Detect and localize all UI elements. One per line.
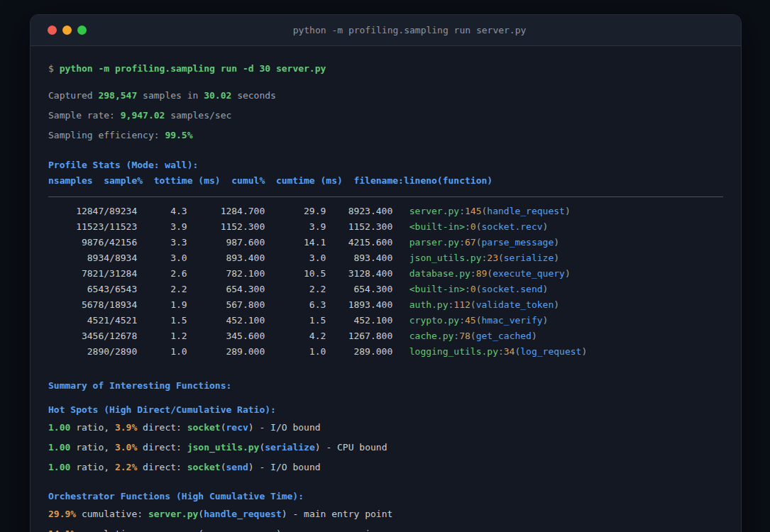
hot-direct-pct: 2.2%: [115, 462, 137, 472]
row-filename: crypto.py: [409, 315, 459, 326]
text-segment: ): [554, 253, 559, 263]
table-row: 2890/2890 1.0 289.000 1.0 289.000 loggin…: [48, 344, 723, 360]
text-segment: (: [476, 221, 482, 232]
text-segment: (: [476, 237, 482, 248]
hot-ratio: 1.00: [48, 442, 70, 453]
hot-spot-line: 1.00 ratio, 3.0% direct: json_utils.py(s…: [48, 440, 723, 455]
terminal-titlebar[interactable]: python -m profiling.sampling run server.…: [31, 15, 741, 46]
text-segment: 99.5%: [165, 130, 192, 140]
table-row: 12847/89234 4.3 1284.700 29.9 8923.400 s…: [48, 204, 723, 219]
text-segment: :: [459, 315, 465, 326]
hot-spots-header: Hot Spots (High Direct/Cumulative Ratio)…: [48, 402, 723, 418]
hot-ratio: 1.00: [48, 462, 70, 472]
text-segment: ): [248, 462, 254, 472]
row-function: get_cached: [476, 331, 532, 341]
text-segment: ): [554, 299, 559, 310]
row-filename: database.py: [409, 268, 471, 279]
command-text: python -m profiling.sampling run -d 30 s…: [60, 63, 326, 74]
text-segment: (: [498, 253, 504, 263]
row-lineno: 67: [465, 237, 476, 248]
text-segment: samples in: [137, 90, 204, 101]
table-divider: [48, 196, 723, 197]
text-segment: ): [282, 509, 287, 519]
orchestrator-list: 29.9% cumulative: server.py(handle_reque…: [48, 506, 723, 532]
text-segment: seconds: [231, 90, 276, 101]
row-function: serialize: [504, 253, 554, 263]
text-segment: ): [543, 221, 549, 232]
text-segment: (: [487, 268, 493, 279]
text-segment: :: [498, 346, 504, 357]
summary-header: Summary of Interesting Functions:: [48, 378, 723, 394]
row-function: validate_token: [476, 299, 554, 310]
table-row: 9876/42156 3.3 987.600 14.1 4215.600 par…: [48, 235, 723, 250]
text-segment: ratio,: [70, 442, 115, 453]
text-segment: samples/sec: [165, 110, 231, 121]
text-segment: ): [276, 528, 282, 532]
text-segment: (: [476, 315, 482, 326]
row-metrics: 9876/42156 3.3 987.600 14.1 4215.600: [48, 237, 409, 248]
text-segment: Sampling efficiency:: [48, 130, 165, 140]
text-segment: :: [459, 237, 465, 248]
row-metrics: 6543/6543 2.2 654.300 2.2 654.300: [48, 284, 409, 294]
row-lineno: 0: [471, 221, 476, 232]
row-function: hmac_verify: [482, 315, 543, 326]
row-function: socket.send: [482, 284, 543, 294]
shell-prompt: $: [48, 63, 60, 74]
row-lineno: 145: [465, 206, 481, 216]
text-segment: :: [471, 268, 476, 279]
orchestrator-line: 29.9% cumulative: server.py(handle_reque…: [48, 506, 723, 522]
row-filename: auth.py: [409, 299, 449, 310]
orchestrator-line: 14.1% cumulative: parser.py(parse_messag…: [48, 526, 723, 532]
text-segment: :: [465, 284, 471, 294]
text-segment: Captured: [48, 90, 98, 101]
orch-note: - main entry point: [287, 509, 393, 519]
text-segment: direct:: [137, 422, 187, 433]
terminal-content: $ python -m profiling.sampling run -d 30…: [31, 46, 741, 532]
hot-function: send: [226, 462, 248, 472]
text-segment: ): [565, 268, 571, 279]
orch-cumulative-pct: 29.9%: [48, 509, 76, 519]
text-segment: :: [465, 221, 471, 232]
text-segment: ): [543, 315, 549, 326]
orch-cumulative-pct: 14.1%: [48, 528, 76, 532]
hot-note: - CPU bound: [321, 442, 387, 453]
hot-spots-list: 1.00 ratio, 3.9% direct: socket(recv) - …: [48, 420, 723, 475]
row-lineno: 23: [487, 253, 498, 263]
text-segment: ): [581, 346, 587, 357]
orch-function: parse_message: [204, 528, 276, 532]
summary-line: Captured 298,547 samples in 30.02 second…: [48, 88, 723, 104]
window-title: python -m profiling.sampling run server.…: [87, 25, 741, 35]
row-lineno: 89: [476, 268, 488, 279]
text-segment: ): [315, 442, 321, 453]
summary-line: Sampling efficiency: 99.5%: [48, 128, 723, 143]
text-segment: ): [554, 237, 559, 248]
command-line: $ python -m profiling.sampling run -d 30…: [48, 61, 723, 77]
profile-stats-header: Profile Stats (Mode: wall):: [48, 157, 723, 173]
text-segment: (: [476, 284, 482, 294]
text-segment: cumulative:: [76, 528, 148, 532]
maximize-button[interactable]: [77, 26, 87, 35]
profile-table: 12847/89234 4.3 1284.700 29.9 8923.400 s…: [48, 204, 723, 360]
hot-function: serialize: [265, 442, 314, 453]
row-filename: cache.py: [409, 331, 454, 341]
row-metrics: 11523/11523 3.9 1152.300 3.9 1152.300: [48, 221, 409, 232]
text-segment: direct:: [137, 462, 187, 472]
row-filename: <built-in>: [409, 284, 465, 294]
hot-function: recv: [226, 422, 248, 433]
close-button[interactable]: [48, 26, 57, 35]
row-function: handle_request: [487, 206, 565, 216]
orchestrator-header: Orchestrator Functions (High Cumulative …: [48, 489, 723, 504]
row-filename: <built-in>: [409, 221, 465, 232]
row-metrics: 12847/89234 4.3 1284.700 29.9 8923.400: [48, 206, 409, 216]
table-row: 5678/18934 1.9 567.800 6.3 1893.400 auth…: [48, 297, 723, 313]
row-lineno: 112: [453, 299, 470, 310]
text-segment: (: [471, 331, 476, 341]
row-lineno: 0: [471, 284, 476, 294]
text-segment: :: [459, 206, 465, 216]
row-function: parse_message: [482, 237, 554, 248]
row-lineno: 45: [465, 315, 476, 326]
table-row: 7821/31284 2.6 782.100 10.5 3128.400 dat…: [48, 266, 723, 282]
hot-spot-line: 1.00 ratio, 2.2% direct: socket(send) - …: [48, 460, 723, 475]
text-segment: :: [453, 331, 459, 341]
minimize-button[interactable]: [62, 26, 72, 35]
